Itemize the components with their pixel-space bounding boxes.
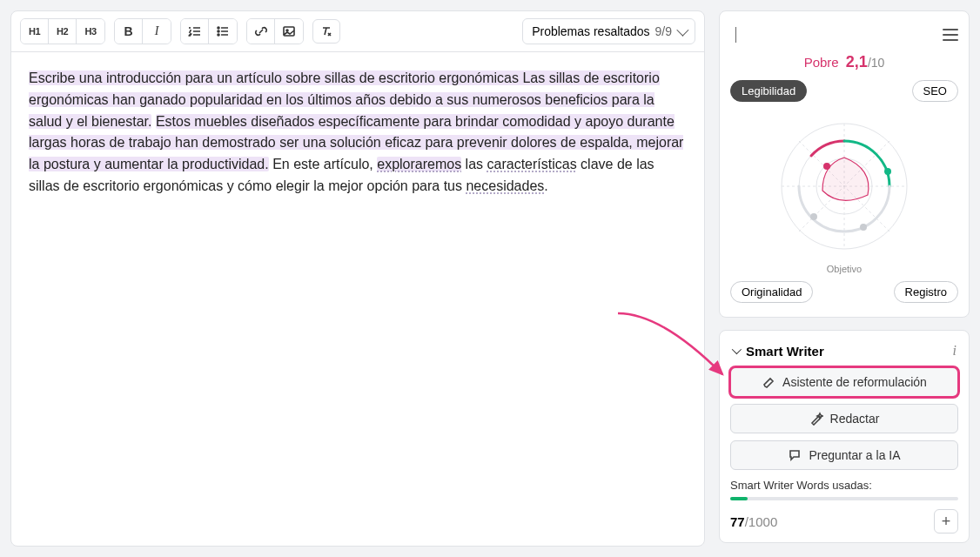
svg-point-0 [218,27,219,29]
radar-chart [730,109,958,262]
ask-ai-button[interactable]: Preguntar a la IA [730,440,958,470]
bold-button[interactable]: B [115,19,143,44]
add-words-button[interactable]: + [934,509,958,534]
sidebar: Pobre 2,1/10 Legibilidad SEO [719,10,970,547]
image-button[interactable] [275,19,303,44]
problems-label: Problemas resaltados [532,24,649,38]
clear-format-icon [319,24,333,38]
chip-originality[interactable]: Originalidad [730,281,813,303]
collapse-button[interactable] [730,22,742,48]
svg-point-13 [884,168,891,175]
unordered-list-button[interactable] [209,19,237,44]
chip-readability[interactable]: Legibilidad [730,80,807,102]
info-icon[interactable]: i [953,343,957,359]
link-button[interactable] [247,19,275,44]
smart-writer-title: Smart Writer [746,344,946,359]
score-max: /10 [868,56,884,70]
score-card: Pobre 2,1/10 Legibilidad SEO [719,10,970,318]
unordered-list-icon [216,24,230,38]
smart-writer-card: Smart Writer i Asistente de reformulació… [719,330,970,543]
italic-button[interactable]: I [143,19,171,44]
flagged-word[interactable]: necesidades [466,178,544,193]
editor-toolbar: H1 H2 H3 B I Pro [11,11,704,52]
list-group [180,18,238,44]
chevron-down-icon [676,24,688,37]
magic-icon [809,412,823,426]
chevron-left-icon [735,27,736,43]
problems-dropdown[interactable]: Problemas resaltados 9/9 [522,18,695,44]
menu-button[interactable] [943,29,958,41]
clear-format-button[interactable] [312,19,340,44]
svg-point-2 [218,34,219,36]
svg-point-12 [823,163,830,170]
compose-button[interactable]: Redactar [730,404,958,433]
format-group: B I [114,18,171,44]
score-value: 2,1 [846,53,868,70]
smart-writer-header[interactable]: Smart Writer i [730,339,958,367]
problems-count: 9/9 [655,24,672,38]
usage-bar [730,497,958,500]
link-icon [254,24,268,38]
h1-button[interactable]: H1 [21,19,49,44]
heading-group: H1 H2 H3 [20,18,105,44]
h3-button[interactable]: H3 [77,19,104,44]
usage-label: Smart Writer Words usadas: [730,479,958,492]
score-line: Pobre 2,1/10 [730,53,958,71]
flagged-word[interactable]: características [487,157,577,171]
highlighted-word[interactable]: exploraremos [377,157,461,171]
editor-body[interactable]: Escribe una introducción para un artícul… [11,52,704,213]
svg-point-14 [860,224,867,231]
h2-button[interactable]: H2 [49,19,77,44]
chevron-down-icon [732,345,742,354]
ordered-list-button[interactable] [181,19,209,44]
svg-point-1 [218,30,219,32]
radar-caption: Objetivo [730,264,958,274]
editor-panel: H1 H2 H3 B I Pro [10,10,705,547]
image-icon [282,24,296,38]
ordered-list-icon [188,24,202,38]
svg-point-15 [810,213,817,220]
usage-bar-fill [730,497,748,500]
svg-point-4 [286,30,288,31]
chip-register[interactable]: Registro [894,281,958,303]
chat-icon [788,448,802,462]
reword-assistant-button[interactable]: Asistente de reformulación [730,367,958,397]
edit-icon [762,375,775,389]
insert-group [246,18,304,44]
radar-svg [770,112,918,260]
chip-seo[interactable]: SEO [912,80,958,102]
score-label: Pobre [804,55,839,70]
usage-numbers: 77/1000 [730,514,777,529]
